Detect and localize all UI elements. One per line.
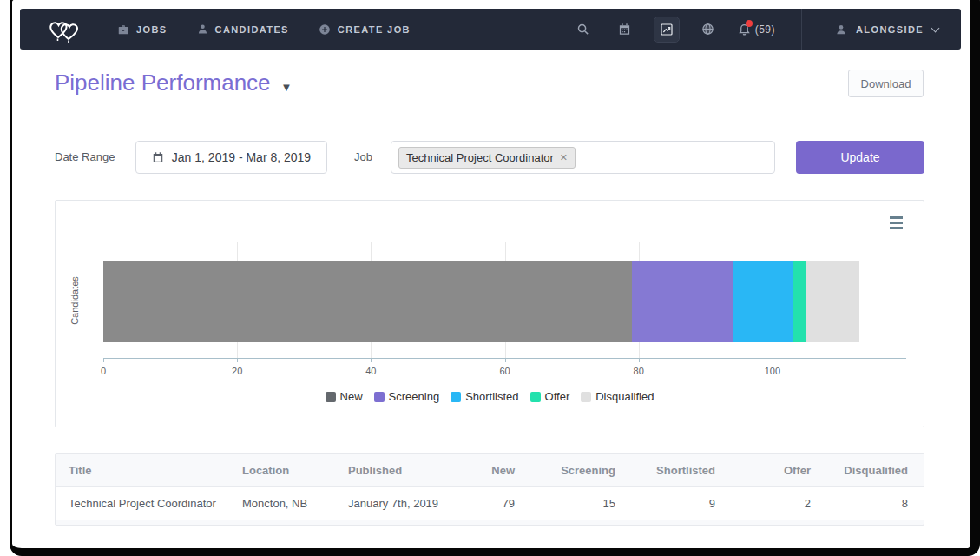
nav-item-label: CREATE JOB [338,24,411,35]
x-axis-tick [237,359,238,362]
account-name: ALONGSIDE [856,24,924,35]
x-axis-tick [639,359,640,362]
legend-item-offer[interactable]: Offer [530,390,570,403]
alongside-logo-icon[interactable] [46,16,82,43]
legend-label: Screening [389,390,440,403]
column-header-new: New [442,464,516,477]
x-axis-tick [371,359,372,362]
legend-item-disqualified[interactable]: Disqualified [581,390,654,403]
bar-segment-shortlisted [733,261,793,342]
search-icon[interactable] [571,17,595,42]
report-selector[interactable]: Pipeline Performance ▼ [55,70,292,103]
bar-segment-new [103,261,632,342]
chevron-down-icon [931,23,940,32]
table-row[interactable]: Technical Project CoordinatorMoncton, NB… [56,487,924,520]
legend-label: Offer [545,390,570,403]
header-divider [20,122,961,122]
chart-export-menu-icon[interactable] [888,215,904,231]
job-tag: Technical Project Coordinator ✕ [398,147,576,169]
table-body: Technical Project CoordinatorMoncton, NB… [56,487,924,520]
bar-segment-offer [793,261,806,342]
briefcase-icon [117,23,129,36]
x-axis-tick-label: 60 [499,366,510,376]
column-header-disqualified: Disqualified [812,464,924,477]
notifications-button[interactable]: (59) [738,23,775,36]
results-table: TitleLocationPublishedNewScreeningShortl… [55,453,924,526]
update-button[interactable]: Update [796,141,924,174]
legend-item-shortlisted[interactable]: Shortlisted [451,390,518,403]
date-range-input[interactable]: Jan 1, 2019 - Mar 8, 2019 [135,141,327,174]
legend-swatch-icon [326,392,336,402]
table-cell: 15 [516,497,617,510]
pipeline-chart-card: Candidates 020406080100 NewScreeningShor… [55,200,924,427]
caret-down-icon: ▼ [281,81,293,94]
legend-swatch-icon [581,392,591,402]
table-cell: 2 [717,497,812,510]
nav-item-label: CANDIDATES [215,24,289,35]
x-axis-tick [103,359,104,362]
x-axis-tick-label: 40 [365,366,376,376]
table-cell: 79 [442,497,516,510]
column-header-shortlisted: Shortlisted [617,464,717,477]
date-range-value: Jan 1, 2019 - Mar 8, 2019 [172,150,311,164]
column-header-screening: Screening [516,464,617,477]
chart-legend: NewScreeningShortlistedOfferDisqualified [56,390,924,403]
nav-item-jobs[interactable]: JOBS [117,23,168,36]
account-user-icon [835,23,847,36]
job-label: Job [354,150,372,163]
legend-swatch-icon [530,392,541,402]
account-menu[interactable]: ALONGSIDE [823,23,938,36]
chart-y-axis-title: Candidates [66,253,83,348]
bar-segment-screening [632,261,733,342]
plus-circle-icon [319,23,331,36]
x-axis-tick-label: 20 [232,366,242,376]
column-header-offer: Offer [717,464,812,477]
legend-swatch-icon [374,392,385,402]
nav-item-candidates[interactable]: CANDIDATES [197,23,289,35]
remove-tag-icon[interactable]: ✕ [560,153,568,162]
x-axis-tick-label: 80 [634,366,644,376]
table-cell: Technical Project Coordinator [56,497,229,510]
table-cell: 9 [617,497,717,510]
page-title: Pipeline Performance [55,70,271,103]
legend-label: Disqualified [595,390,654,403]
user-icon [197,23,208,35]
plot-area: 020406080100 [103,242,906,359]
job-tag-label: Technical Project Coordinator [406,151,554,164]
reports-chart-icon[interactable] [654,17,679,42]
globe-icon[interactable] [696,17,720,42]
legend-swatch-icon [451,392,461,402]
notification-dot [746,20,753,27]
column-header-published: Published [335,464,442,477]
legend-item-new[interactable]: New [326,390,363,403]
x-axis-tick-label: 0 [101,366,106,376]
table-cell: January 7th, 2019 [335,497,442,510]
date-range-label: Date Range [55,150,115,163]
table-cell: Moncton, NB [229,497,335,510]
column-header-location: Location [229,464,335,477]
legend-label: New [340,390,363,403]
legend-label: Shortlisted [465,390,518,403]
nav-right-group: (59) ALONGSIDE [571,9,938,50]
x-axis-tick-label: 100 [765,366,780,376]
bar-segment-disqualified [806,261,859,342]
calendar-icon [152,151,164,163]
top-navbar: JOBS CANDIDATES CREATE JOB [20,9,961,50]
nav-divider [801,9,802,50]
x-axis-tick [773,359,773,362]
table-cell: 8 [812,497,924,510]
nav-item-label: JOBS [136,24,168,35]
stacked-bar [103,261,906,342]
nav-menu: JOBS CANDIDATES CREATE JOB [117,23,411,36]
nav-item-create-job[interactable]: CREATE JOB [319,23,411,36]
table-header-row: TitleLocationPublishedNewScreeningShortl… [56,454,924,487]
job-select-input[interactable]: Technical Project Coordinator ✕ [391,141,775,174]
calendar-icon[interactable] [613,17,637,42]
x-axis-tick [505,359,506,362]
column-header-title: Title [56,464,229,477]
notification-count: (59) [755,23,775,36]
download-button[interactable]: Download [848,70,924,97]
legend-item-screening[interactable]: Screening [374,390,440,403]
bell-icon [738,23,751,36]
